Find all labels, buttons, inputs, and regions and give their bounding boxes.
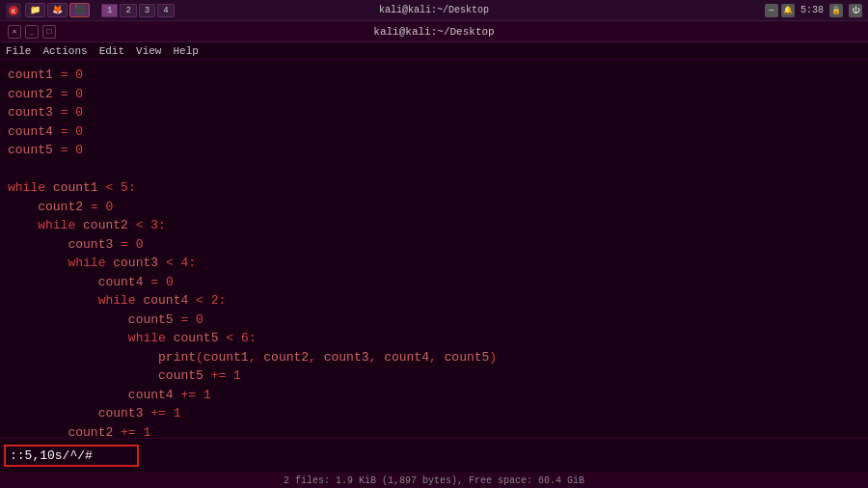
clock: 5:38 xyxy=(800,5,824,15)
workspace-4[interactable]: 4 xyxy=(157,4,174,17)
cmdline-area xyxy=(0,438,868,473)
window-titlebar: ✕ _ □ kali@kali:~/Desktop xyxy=(0,21,868,42)
code-line: count2 = 0 xyxy=(8,198,860,217)
status-text: 2 files: 1.9 KiB (1,897 bytes), Free spa… xyxy=(284,475,584,486)
code-line: while count3 < 4: xyxy=(8,254,860,273)
taskbar-right: ⋯ 🔔 5:38 🔒 ⏻ xyxy=(765,4,862,17)
code-line: count4 += 1 xyxy=(8,386,860,405)
window-controls: ✕ _ □ xyxy=(8,25,56,39)
code-line: count3 = 0 xyxy=(8,235,860,255)
network-icon: ⋯ xyxy=(765,4,778,17)
terminal-body[interactable]: count1 = 0count2 = 0count3 = 0count4 = 0… xyxy=(0,60,868,438)
menu-help[interactable]: Help xyxy=(173,45,198,57)
workspace-buttons: 1 2 3 4 xyxy=(101,4,175,17)
workspace-3[interactable]: 3 xyxy=(139,4,155,17)
code-line: while count5 < 6: xyxy=(8,329,860,348)
minimize-button[interactable]: _ xyxy=(25,25,39,39)
code-line: count4 = 0 xyxy=(8,122,860,142)
sound-icon: 🔔 xyxy=(781,4,795,17)
menu-file[interactable]: File xyxy=(6,45,31,57)
code-line: print(count1, count2, count3, count4, co… xyxy=(8,348,860,367)
code-line: while count4 < 2: xyxy=(8,291,860,311)
lock-icon[interactable]: 🔒 xyxy=(829,4,843,17)
app-browser[interactable]: 🦊 xyxy=(47,3,68,17)
app-files[interactable]: 📁 xyxy=(25,3,45,17)
window-title: kali@kali:~/Desktop xyxy=(373,26,494,38)
kali-menu-icon[interactable]: K xyxy=(6,3,21,18)
terminal-window: ✕ _ □ kali@kali:~/Desktop File Actions E… xyxy=(0,21,868,488)
code-line: count2 += 1 xyxy=(8,423,860,439)
code-line: count2 = 0 xyxy=(8,85,860,104)
taskbar-title: kali@kali:~/Desktop xyxy=(379,5,489,15)
menu-view[interactable]: View xyxy=(136,45,161,57)
code-line: while count1 < 5: xyxy=(8,178,860,198)
taskbar: K 📁 🦊 ⬛ 1 2 3 4 kali@kali:~/Desktop ⋯ 🔔 … xyxy=(0,0,868,21)
code-line: count3 += 1 xyxy=(8,404,860,423)
code-line: count5 = 0 xyxy=(8,141,860,160)
cmdline-row xyxy=(4,441,864,471)
app-terminal[interactable]: ⬛ xyxy=(69,3,90,17)
close-button[interactable]: ✕ xyxy=(8,25,21,39)
code-line: while count2 < 3: xyxy=(8,216,860,235)
code-line: count5 = 0 xyxy=(8,311,860,330)
taskbar-apps: 📁 🦊 ⬛ xyxy=(25,3,90,17)
menu-actions[interactable]: Actions xyxy=(42,45,87,57)
code-line xyxy=(8,160,860,179)
workspace-1[interactable]: 1 xyxy=(101,4,118,17)
code-line: count1 = 0 xyxy=(8,66,860,85)
tray-icons: ⋯ 🔔 xyxy=(765,4,795,17)
power-icon[interactable]: ⏻ xyxy=(849,4,862,17)
taskbar-left: K 📁 🦊 ⬛ 1 2 3 4 xyxy=(6,3,175,18)
menu-edit[interactable]: Edit xyxy=(99,45,124,57)
statusbar: 2 files: 1.9 KiB (1,897 bytes), Free spa… xyxy=(0,473,868,488)
code-line: count3 = 0 xyxy=(8,103,860,122)
vim-cmdline[interactable] xyxy=(4,445,139,467)
code-line: count5 += 1 xyxy=(8,366,860,386)
code-line: count4 = 0 xyxy=(8,273,860,292)
menubar: File Actions Edit View Help xyxy=(0,42,868,60)
workspace-2[interactable]: 2 xyxy=(120,4,136,17)
maximize-button[interactable]: □ xyxy=(42,25,56,39)
